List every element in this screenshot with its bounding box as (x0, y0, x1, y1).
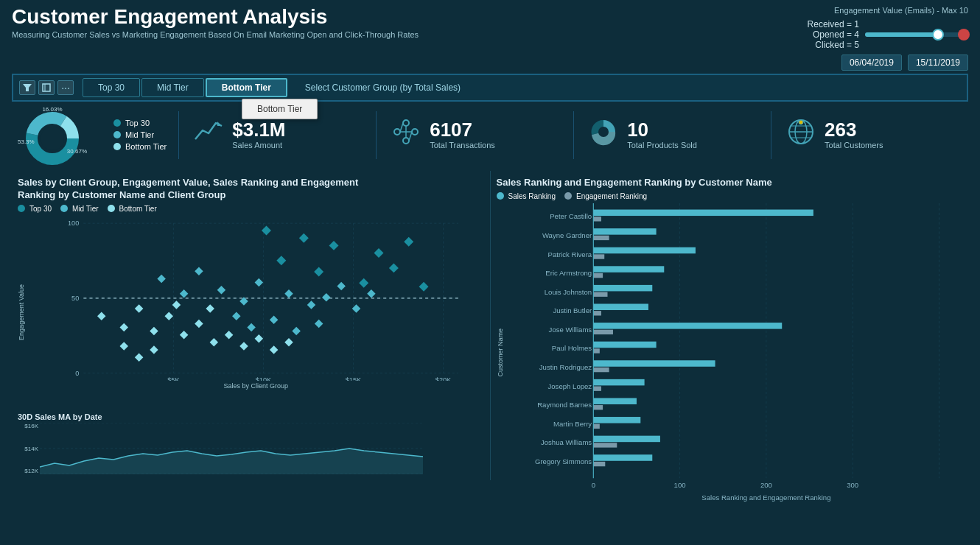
subtitle: Measuring Customer Sales vs Marketing En… (12, 30, 419, 39)
kpi-sales-icon (194, 117, 223, 153)
y-axis-label-container: Engagement Value (18, 216, 25, 409)
bar-justin-r-eng (593, 368, 609, 372)
bar-paul-sales (593, 342, 656, 348)
trending-up-icon (194, 117, 223, 147)
more-button[interactable]: ··· (57, 80, 74, 95)
line-chart-section: 30D Sales MA by Date $16K $14K $12K (18, 412, 484, 474)
svg-rect-35 (299, 233, 309, 243)
dropdown-value: Bottom Tier (257, 104, 302, 114)
filter-icons: ··· (19, 80, 74, 95)
legend-dot-midtier (113, 131, 121, 138)
svg-rect-38 (314, 267, 323, 276)
legend-dot-bottomtier (113, 143, 121, 150)
svg-rect-1 (43, 84, 50, 91)
x-axis-label: Sales by Client Group (28, 382, 484, 390)
bar-chart-wrapper: Customer Name 0 100 200 300 Peter Castil… (497, 203, 963, 502)
svg-rect-43 (404, 237, 413, 247)
svg-text:Peter Castillo: Peter Castillo (550, 212, 592, 220)
svg-rect-42 (374, 248, 384, 258)
expand-button[interactable] (38, 80, 55, 95)
svg-marker-0 (23, 84, 32, 91)
bar-raymond-eng (593, 405, 603, 409)
line-chart-title: 30D Sales MA by Date (18, 412, 484, 421)
svg-point-7 (403, 138, 409, 144)
donut-label-top: 16.03% (42, 106, 62, 113)
bar-louis-sales (593, 285, 652, 292)
donut-center (41, 127, 64, 150)
svg-text:$5K: $5K (167, 376, 179, 381)
svg-rect-72 (270, 345, 279, 354)
svg-point-12 (598, 127, 609, 137)
line-y-mid: $14K (18, 446, 38, 452)
svg-text:Gregory Simmons: Gregory Simmons (534, 457, 591, 465)
scatter-dot-bottomtier (108, 205, 115, 212)
scatter-svg: 100 50 0 $5K $10K $15K $20K (28, 216, 484, 381)
bar-y-axis-label-container: Customer Name (497, 203, 504, 502)
svg-rect-62 (120, 323, 129, 332)
expand-icon (42, 83, 51, 92)
line-chart-svg (40, 423, 423, 474)
bar-jose-eng (593, 330, 613, 334)
filter-bar: ··· Top 30 Mid Tier Bottom Tier Select C… (12, 74, 968, 102)
bar-joseph-eng (593, 386, 601, 390)
svg-text:200: 200 (760, 481, 771, 489)
scatter-dot-top30 (18, 205, 25, 212)
donut-chart: 16.03% 53.3% 30.67% (12, 105, 108, 164)
tab-top30[interactable]: Top 30 (83, 78, 140, 97)
svg-rect-59 (292, 327, 301, 336)
clicked-value: Clicked = 5 (815, 40, 859, 50)
header-right: Engagement Value (Emails) - Max 10 Recei… (808, 6, 968, 71)
svg-rect-52 (322, 293, 331, 302)
tab-bottomtier[interactable]: Bottom Tier (206, 78, 287, 97)
bar-legend-sales: Sales Ranking (497, 192, 556, 200)
kpi-products-text: 10 Total Products Sold (627, 120, 697, 150)
svg-rect-68 (210, 338, 219, 347)
bar-joseph-sales (593, 379, 644, 386)
svg-point-4 (394, 129, 400, 135)
date-end-button[interactable]: 15/11/2019 (908, 54, 968, 71)
svg-rect-71 (255, 334, 264, 343)
svg-text:Jose Williams: Jose Williams (548, 326, 592, 334)
donut-svg: 16.03% 53.3% 30.67% (12, 105, 100, 172)
bar-justin-r-sales (593, 360, 715, 367)
svg-rect-50 (284, 289, 293, 298)
y-axis-label: Engagement Value (18, 284, 25, 340)
svg-marker-3 (217, 122, 222, 126)
bar-dot-sales (497, 192, 504, 200)
svg-text:$15K: $15K (346, 376, 361, 381)
select-group-label: Select Customer Group (by Total Sales) (305, 82, 461, 93)
engagement-values: Received = 1 Opened = 4 Clicked = 5 (808, 19, 859, 50)
filter-button[interactable] (19, 80, 35, 95)
bar-eric-sales (593, 266, 664, 272)
svg-rect-73 (284, 338, 293, 347)
bar-joshua-eng (593, 443, 617, 447)
bar-eric-eng (593, 273, 603, 278)
slider-thumb-right[interactable] (958, 29, 970, 41)
svg-text:Wayne Gardner: Wayne Gardner (542, 231, 592, 239)
svg-rect-76 (150, 345, 158, 354)
header: Customer Engagement Analysis Measuring C… (0, 0, 980, 74)
svg-rect-78 (172, 300, 181, 309)
svg-text:Joshua Williams: Joshua Williams (540, 438, 591, 446)
bar-gregory-eng (593, 462, 605, 466)
slider-thumb-left[interactable] (932, 29, 944, 41)
filter-icon (23, 83, 32, 92)
date-start-button[interactable]: 06/04/2019 (841, 54, 902, 71)
bar-patrick-eng (593, 254, 604, 259)
svg-text:Paul Holmes: Paul Holmes (551, 344, 592, 352)
legend-label-midtier: Mid Tier (125, 130, 154, 139)
svg-rect-79 (206, 304, 214, 313)
kpi-sales-label: Sales Amount (232, 141, 285, 150)
svg-text:100: 100 (673, 481, 685, 489)
bar-wayne-eng (593, 236, 609, 240)
slider-row: Received = 1 Opened = 4 Clicked = 5 (808, 19, 968, 50)
dropdown-popup[interactable]: Bottom Tier (242, 99, 318, 119)
bar-jose-sales (593, 323, 782, 329)
kpi-transactions-icon (391, 117, 421, 153)
engagement-slider[interactable] (865, 32, 968, 37)
bar-louis-eng (593, 292, 607, 296)
tab-midtier[interactable]: Mid Tier (141, 78, 204, 97)
kpi-customers-label: Total Customers (825, 141, 883, 150)
kpi-sales-value: $3.1M (232, 120, 285, 139)
kpi-customers-value: 263 (825, 120, 883, 139)
